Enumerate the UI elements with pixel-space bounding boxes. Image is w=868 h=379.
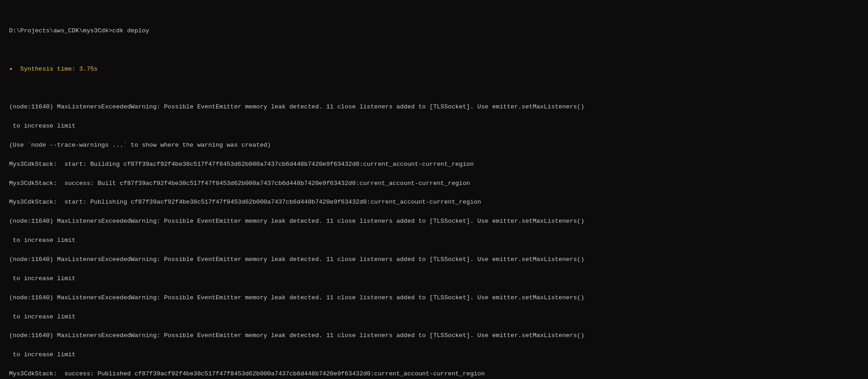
warning-line-6a: (node:11640) MaxListenersExceededWarning… [9, 331, 859, 341]
terminal-window: D:\Projects\aws_CDK\mys3Cdk>cdk deploy ✦… [9, 7, 859, 379]
warning-line-1a: (node:11640) MaxListenersExceededWarning… [9, 102, 859, 112]
blank-line-2 [9, 83, 859, 93]
warning-line-5b: to increase limit [9, 312, 859, 322]
synthesis-line: ✦ Synthesis time: 3.75s [9, 65, 859, 74]
warning-line-4a: (node:11640) MaxListenersExceededWarning… [9, 255, 859, 265]
warning-line-6b: to increase limit [9, 350, 859, 360]
warning-trace-hint: (Use `node --trace-warnings ...` to show… [9, 141, 859, 150]
warning-line-4b: to increase limit [9, 274, 859, 284]
warning-line-3a: (node:11640) MaxListenersExceededWarning… [9, 217, 859, 226]
warning-line-5a: (node:11640) MaxListenersExceededWarning… [9, 293, 859, 303]
build-start-line: Mys3CdkStack: start: Building cf87f39acf… [9, 160, 859, 169]
publish-start-line: Mys3CdkStack: start: Publishing cf87f39a… [9, 198, 859, 207]
blank-line-1 [9, 46, 859, 55]
publish-success-line: Mys3CdkStack: success: Published cf87f39… [9, 369, 859, 379]
build-success-line: Mys3CdkStack: success: Built cf87f39acf9… [9, 179, 859, 189]
warning-line-1b: to increase limit [9, 122, 859, 131]
command-line: D:\Projects\aws_CDK\mys3Cdk>cdk deploy [9, 26, 859, 36]
warning-line-3b: to increase limit [9, 236, 859, 246]
star-icon: ✦ [9, 66, 13, 72]
